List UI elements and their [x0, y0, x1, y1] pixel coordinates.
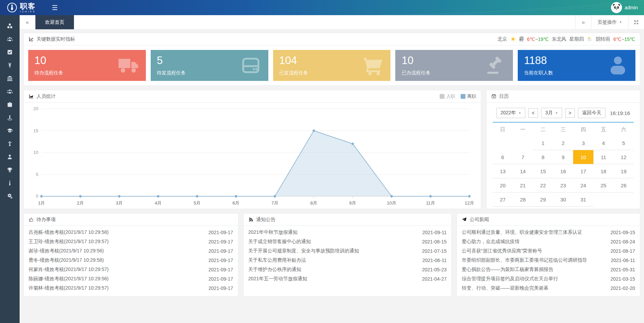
- calendar-day-20[interactable]: 20: [493, 178, 513, 192]
- calendar-day-11[interactable]: 11: [593, 150, 614, 164]
- list-item-title[interactable]: 爱心助力，众志成城抗疫情: [462, 239, 519, 245]
- sidebar-item-briefcase[interactable]: [0, 98, 20, 111]
- list-item-title[interactable]: 何蒙肖-绩效考核(2021/9/17 10:29:57): [29, 267, 109, 273]
- list-item-title[interactable]: 王卫玲-绩效考核(2021/9/17 10:29:57): [29, 239, 109, 245]
- calendar-day-7[interactable]: 7: [513, 150, 533, 164]
- calendar-day-26[interactable]: 26: [613, 178, 634, 192]
- svg-text:3月: 3月: [116, 200, 123, 206]
- chevron-down-icon: ▼: [518, 112, 521, 115]
- legend-item-离职[interactable]: 离职: [461, 93, 476, 100]
- sidebar-item-street-view[interactable]: [0, 111, 20, 124]
- calendar-day-12[interactable]: 12: [613, 150, 634, 164]
- calendar-day-2[interactable]: 2: [553, 136, 573, 150]
- calendar-day-9[interactable]: 9: [553, 150, 573, 164]
- list-item-date: 2021-03-15: [610, 276, 635, 282]
- sidebar-item-child[interactable]: [0, 137, 20, 150]
- list-item-title[interactable]: 2021年五一劳动节放假通知: [248, 276, 307, 282]
- calendar-day-19[interactable]: 19: [613, 164, 634, 178]
- sidebar-item-check[interactable]: [0, 45, 20, 59]
- list-item-title[interactable]: 关于私车公用费用补贴办法: [248, 257, 306, 263]
- list-item-title[interactable]: 关于开展公司规章制度、安全与事故预防培训的通知: [248, 248, 359, 254]
- stat-card-已发流程任务[interactable]: 104已发流程任务: [273, 50, 391, 81]
- list-item-title[interactable]: 曹冬-绩效考核(2021/9/17 10:29:58): [29, 257, 104, 263]
- stat-card-当前在职人数[interactable]: 1188当前在职人数: [518, 50, 635, 81]
- list-item-title[interactable]: 陈丽娜-绩效考核(2021/9/17 10:29:56): [29, 276, 109, 282]
- calendar-day-30[interactable]: 30: [553, 192, 573, 207]
- list-item-title[interactable]: 转变、行动、突破——迎新晚会完美谢幕: [462, 285, 548, 291]
- list-item-date: 2021-09-17: [208, 267, 233, 272]
- weather-today-condition: 霾: [519, 36, 524, 42]
- list-item-title[interactable]: 谢珍-绩效考核(2021/9/17 10:29:56): [29, 248, 104, 254]
- calendar-day-18[interactable]: 18: [593, 164, 614, 178]
- calendar-day-29[interactable]: 29: [533, 192, 553, 207]
- menu-toggle-icon[interactable]: ☰: [52, 4, 58, 12]
- sidebar-item-bank[interactable]: [0, 72, 20, 85]
- list-item-title[interactable]: 公司顺利通过质量、环境、职业健康安全管理三体系认证: [462, 229, 582, 236]
- fullscreen-toggle-button[interactable]: [628, 15, 644, 29]
- calendar-day-16[interactable]: 16: [553, 164, 573, 178]
- calendar-prev-month-button[interactable]: <: [528, 108, 538, 118]
- sidebar-item-cubes[interactable]: [0, 19, 20, 32]
- calendar-day-5[interactable]: 5: [613, 136, 634, 150]
- calendar-day-31[interactable]: 31: [573, 192, 593, 207]
- list-item-title[interactable]: 2021年中秋节放假通知: [248, 229, 298, 236]
- user-avatar[interactable]: [611, 2, 622, 13]
- sidebar-item-graduation[interactable]: [0, 124, 20, 137]
- legend-item-入职[interactable]: 入职: [440, 93, 455, 100]
- calendar-day-14[interactable]: 14: [513, 164, 533, 178]
- list-item: 曹冬-绩效考核(2021/9/17 10:29:58)2021-09-17: [29, 256, 233, 265]
- app-logo[interactable]: 职客 IZHIKE: [0, 2, 36, 13]
- calendar-day-27[interactable]: 27: [493, 192, 513, 207]
- sidebar-item-users[interactable]: [0, 32, 20, 45]
- sidebar-item-group[interactable]: [0, 85, 20, 98]
- calendar-day-10[interactable]: 10: [573, 150, 593, 164]
- sidebar-item-gears[interactable]: [0, 189, 20, 202]
- calendar-today-button[interactable]: 返回今天: [578, 108, 605, 118]
- calendar-day-13[interactable]: 13: [493, 164, 513, 178]
- svg-text:8月: 8月: [310, 200, 317, 206]
- calendar-day-25[interactable]: 25: [593, 178, 614, 192]
- list-item-date: 2021-09-17: [208, 248, 233, 254]
- tab-welcome-home[interactable]: 欢迎首页: [35, 15, 74, 29]
- list-item-title[interactable]: 关于维护办公秩序的通知: [248, 267, 301, 273]
- expand-icon: [634, 20, 639, 25]
- calendar-day-15[interactable]: 15: [533, 164, 553, 178]
- list-item-title[interactable]: 爱心捐款公告——为装卸工杨家青募捐报告: [462, 267, 553, 273]
- calendar-day-6[interactable]: 6: [493, 150, 513, 164]
- logo-subtitle: IZHIKE: [20, 10, 36, 13]
- calendar-day-23[interactable]: 23: [553, 178, 573, 192]
- sidebar-item-trophy[interactable]: [0, 163, 20, 176]
- tabs-scroll-left-button[interactable]: «: [20, 15, 35, 29]
- list-item-title[interactable]: 关于成立销管客服中心的通知: [248, 239, 311, 245]
- calendar-day-24[interactable]: 24: [573, 178, 593, 192]
- list-item-title[interactable]: 综合管理提升项目签约及启动仪式在天台举行: [462, 276, 558, 282]
- legend-swatch: [461, 94, 465, 99]
- calendar-day-28[interactable]: 28: [513, 192, 533, 207]
- calendar-day-3[interactable]: 3: [573, 136, 593, 150]
- calendar-day-4[interactable]: 4: [593, 136, 614, 150]
- calendar-day-17[interactable]: 17: [573, 164, 593, 178]
- calendar-day-22[interactable]: 22: [533, 178, 553, 192]
- calendar-day-8[interactable]: 8: [533, 150, 553, 164]
- list-item-title[interactable]: 吕尧栋-绩效考核(2021/9/17 10:29:58): [29, 229, 109, 236]
- sidebar-item-yen[interactable]: [0, 59, 20, 72]
- username-label[interactable]: admin: [625, 5, 638, 10]
- list-item-title[interactable]: 公司喜获“浙江省优秀供应商”荣誉称号: [462, 248, 542, 254]
- calendar-year-select[interactable]: 2022年▼: [496, 108, 525, 118]
- list-item-title[interactable]: 市委组织部副部长、市委两新工委项书记莅临公司调研指导: [462, 257, 587, 263]
- stat-card-待发流程任务[interactable]: 5待发流程任务: [151, 50, 268, 81]
- sidebar-item-user[interactable]: [0, 150, 20, 163]
- server-icon: [240, 55, 261, 76]
- calendar-month-select[interactable]: 3月▼: [541, 108, 562, 118]
- calendar-next-month-button[interactable]: >: [565, 108, 575, 118]
- tabs-scroll-right-button[interactable]: »: [575, 15, 591, 29]
- calendar-day-1[interactable]: 1: [533, 136, 553, 150]
- stat-card-已办流程任务[interactable]: 10已办流程任务: [395, 50, 513, 81]
- stat-card-待办流程任务[interactable]: 10待办流程任务: [28, 50, 146, 81]
- list-item-title[interactable]: 许菊林-绩效考核(2021/9/17 10:29:57): [29, 285, 109, 291]
- calendar-day-21[interactable]: 21: [513, 178, 533, 192]
- tab-operations-dropdown[interactable]: 页签操作 ▼: [591, 15, 628, 29]
- calendar-panel: 日历 2022年▼ < 3月▼ > 返回今天 16:19:16 日一二三四五六1…: [486, 90, 640, 209]
- todo-panel: 待办事项 吕尧栋-绩效考核(2021/9/17 10:29:58)2021-09…: [23, 213, 238, 296]
- sidebar-item-info[interactable]: [0, 176, 20, 189]
